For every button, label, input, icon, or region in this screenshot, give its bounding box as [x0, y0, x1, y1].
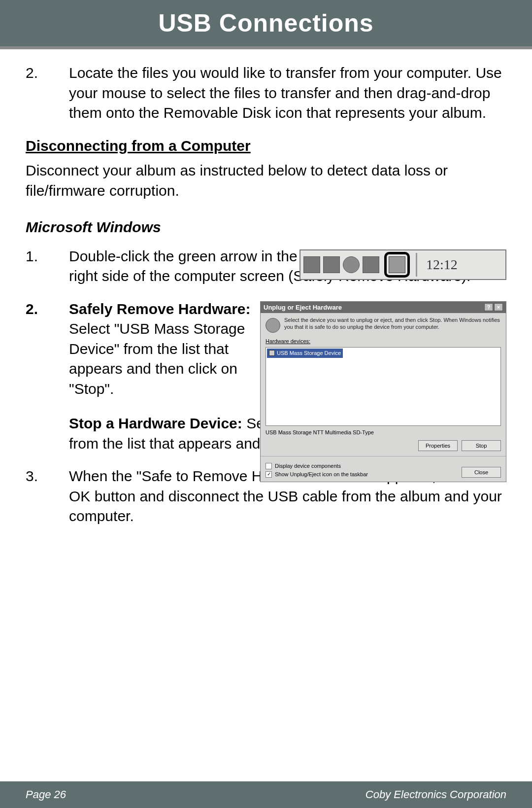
checkbox-label: Display device components [275, 462, 341, 470]
separator [261, 456, 506, 457]
taskbar-clock: 12:12 [423, 255, 466, 274]
checkbox-row[interactable]: Display device components [266, 462, 368, 470]
windows-step-1: 12:12 1. Double-click the green arrow in… [26, 246, 506, 286]
hardware-list[interactable]: USB Mass Storage Device [266, 347, 501, 426]
taskbar-screenshot: 12:12 [299, 249, 506, 280]
stop-button[interactable]: Stop [462, 440, 501, 451]
tray-icon [363, 256, 379, 273]
tray-icon [323, 256, 340, 273]
checkbox[interactable]: ✓ [266, 471, 272, 478]
windows-step-2: Unplug or Eject Hardware ? × Select the … [26, 299, 506, 454]
close-dialog-button[interactable]: Close [462, 467, 501, 478]
page-title: USB Connections [158, 9, 373, 37]
checkbox[interactable] [266, 463, 272, 469]
taskbar-divider [416, 253, 417, 277]
close-button[interactable]: × [494, 303, 503, 311]
properties-button[interactable]: Properties [418, 440, 458, 451]
page-footer: Page 26 Coby Electronics Corporation [0, 781, 532, 808]
step-label: Stop a Hardware Device: [69, 415, 246, 431]
section-heading-windows: Microsoft Windows [26, 217, 506, 238]
page-number: Page 26 [26, 788, 66, 801]
safely-remove-icon-highlight [384, 252, 410, 278]
device-description: USB Mass Storage NTT Multimedia SD-Type [266, 429, 501, 436]
checkbox-row[interactable]: ✓ Show Unplug/Eject icon on the taskbar [266, 471, 368, 478]
list-number-spacer [26, 414, 69, 454]
list-label: Hardware devices: [266, 338, 501, 345]
step-text: Select "USB Mass Storage Device" from th… [69, 320, 245, 397]
tray-icon [343, 256, 360, 273]
tray-icon [303, 256, 320, 273]
company-name: Coby Electronics Corporation [366, 788, 506, 801]
device-name: USB Mass Storage Device [277, 350, 341, 357]
device-icon [269, 350, 275, 356]
step-label: Safely Remove Hardware: [69, 301, 251, 317]
safely-remove-hardware-dialog: Unplug or Eject Hardware ? × Select the … [260, 301, 506, 483]
list-number: 1. [26, 246, 69, 286]
eject-icon [266, 318, 280, 333]
checkbox-label: Show Unplug/Eject icon on the taskbar [275, 471, 368, 478]
hardware-list-item[interactable]: USB Mass Storage Device [267, 349, 343, 358]
page-header: USB Connections [0, 0, 532, 49]
help-button[interactable]: ? [484, 303, 493, 311]
dialog-titlebar: Unplug or Eject Hardware ? × [261, 302, 506, 314]
list-number: 2. [26, 299, 69, 399]
section-paragraph: Disconnect your album as instructed belo… [26, 161, 506, 201]
list-body: Locate the files you would like to trans… [69, 63, 506, 123]
dialog-instructions: Select the device you want to unplug or … [284, 317, 501, 333]
safely-remove-hardware-icon[interactable] [389, 256, 405, 273]
dialog-title: Unplug or Eject Hardware [264, 303, 342, 312]
intro-step-2: 2. Locate the files you would like to tr… [26, 63, 506, 123]
page-content: 2. Locate the files you would like to tr… [0, 49, 532, 527]
list-number: 3. [26, 466, 69, 527]
list-number: 2. [26, 63, 69, 123]
list-body: Safely Remove Hardware: Select "USB Mass… [69, 299, 256, 399]
taskbar: 12:12 [299, 249, 506, 280]
section-heading-disconnecting: Disconnecting from a Computer [26, 136, 506, 156]
